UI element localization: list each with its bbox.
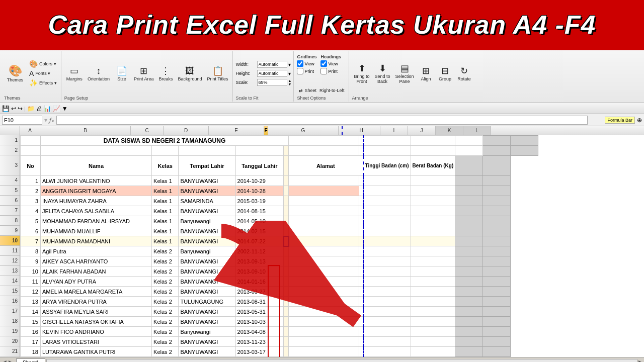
table-row: 10 ALAIK FARHAN ABADAN Kelas 2 BANYUWANG… bbox=[21, 266, 538, 277]
send-to-back-icon: ⬇ bbox=[379, 63, 386, 74]
header-tinggi[interactable]: Tinggi Badan (cm) bbox=[363, 156, 411, 176]
scroll-right-btn[interactable]: ▶ bbox=[638, 358, 644, 363]
align-button[interactable]: ⊞ Align bbox=[417, 64, 435, 82]
cell-title[interactable]: DATA SISWA SD NEGERI 2 TAMANAGUNG bbox=[41, 136, 289, 146]
expand-icon[interactable]: ⊕ bbox=[637, 117, 642, 124]
col-header-J[interactable]: J bbox=[408, 126, 436, 135]
background-button[interactable]: 🖼 Background bbox=[176, 65, 204, 82]
print-area-button[interactable]: ⊞ Print Area bbox=[132, 64, 156, 82]
header-nama[interactable]: Nama bbox=[41, 156, 152, 176]
dropdown-icon[interactable]: ▾ bbox=[44, 117, 47, 124]
col-header-L[interactable]: L bbox=[463, 126, 491, 135]
redo-icon[interactable]: ↪ bbox=[18, 105, 23, 112]
effects-button[interactable]: ✨ Effects ▾ bbox=[27, 78, 59, 87]
header-tempat[interactable]: Tempat Lahir bbox=[179, 156, 235, 176]
selection-pane-icon: ▤ bbox=[400, 63, 409, 74]
gridlines-view-checkbox[interactable] bbox=[297, 60, 303, 67]
col-header-D[interactable]: D bbox=[164, 126, 209, 135]
headings-view-checkbox[interactable] bbox=[320, 60, 327, 67]
height-input[interactable] bbox=[257, 70, 287, 77]
row-header-11[interactable]: 11 bbox=[0, 246, 20, 256]
themes-button[interactable]: 🎨 Themes bbox=[4, 52, 26, 95]
col-header-B[interactable]: B bbox=[40, 126, 131, 135]
bring-to-front-button[interactable]: ⬆ Bring toFront bbox=[352, 62, 372, 85]
col-header-C[interactable]: C bbox=[131, 126, 164, 135]
headings-print-checkbox[interactable] bbox=[320, 68, 327, 74]
header-kelas[interactable]: Kelas bbox=[152, 156, 179, 176]
height-dropdown[interactable]: ▾ bbox=[288, 71, 291, 76]
row-header-21[interactable]: 21 bbox=[0, 346, 20, 356]
h-scrollbar[interactable] bbox=[46, 359, 637, 363]
row-header-17[interactable]: 17 bbox=[0, 306, 20, 316]
row-header-19[interactable]: 19 bbox=[0, 326, 20, 336]
save-icon[interactable]: 💾 bbox=[2, 105, 10, 112]
table-row: 13 ARYA VIRENDRA PUTRA Kelas 2 TULUNGAGU… bbox=[21, 297, 538, 307]
header-tanggal[interactable]: Tanggal Lahir bbox=[235, 156, 284, 176]
sheet-right-to-left-button[interactable]: ⇄ Sheet Right-to-Left bbox=[297, 87, 346, 94]
table-row: 16 KEVIN FICO ANDRIANO Kelas 2 Banyuwang… bbox=[21, 327, 538, 337]
selection-pane-button[interactable]: ▤ SelectionPane bbox=[393, 62, 416, 85]
width-input[interactable] bbox=[257, 61, 287, 68]
row-header-2[interactable]: 2 bbox=[0, 145, 20, 155]
sheet-nav-right[interactable]: ▶ bbox=[8, 358, 15, 363]
col-header-F[interactable]: F bbox=[264, 126, 268, 135]
fonts-icon: A bbox=[29, 69, 34, 77]
data-grid: DATA SISWA SD NEGERI 2 TAMANAGUNG bbox=[20, 135, 538, 357]
table-row: 1 ALWI JUNIOR VALENTINO Kelas 1 BANYUWAN… bbox=[21, 176, 538, 186]
row-header-9[interactable]: 9 bbox=[0, 226, 20, 236]
scale-spinner[interactable]: ▲ ▼ bbox=[288, 79, 292, 86]
gridlines-print-checkbox[interactable] bbox=[297, 68, 303, 74]
cell-G1[interactable] bbox=[289, 136, 359, 146]
row-header-1[interactable]: 1 bbox=[0, 135, 20, 145]
margins-button[interactable]: ▭ Margins bbox=[64, 64, 85, 82]
name-box[interactable] bbox=[2, 116, 42, 125]
row-header-3[interactable]: 3 bbox=[0, 155, 20, 175]
formula-input[interactable] bbox=[56, 116, 588, 125]
print-titles-button[interactable]: 📋 Print Titles bbox=[205, 64, 230, 82]
undo-icon[interactable]: ↩ bbox=[11, 105, 16, 112]
col-header-G[interactable]: G bbox=[268, 126, 339, 135]
formula-bar: ▾ 𝑓ₓ Formula Bar ⊕ bbox=[0, 114, 644, 126]
row-headers: 1 2 3 4 5 6 7 8 9 10 11 12 13 14 15 16 1… bbox=[0, 135, 20, 357]
table-row: 8 Agil Putra Kelas 2 Banyuwangi 2002-11-… bbox=[21, 246, 538, 256]
sheet-tab[interactable]: Sheet1 bbox=[16, 358, 45, 363]
col-header-K[interactable]: K bbox=[436, 126, 463, 135]
col-header-A[interactable]: A bbox=[20, 126, 40, 135]
row-header-5[interactable]: 5 bbox=[0, 186, 20, 196]
row-header-13[interactable]: 13 bbox=[0, 266, 20, 276]
row-header-18[interactable]: 18 bbox=[0, 316, 20, 326]
fonts-button[interactable]: A Fonts ▾ bbox=[27, 69, 59, 78]
cell-H1[interactable] bbox=[363, 136, 411, 146]
rotate-button[interactable]: ↻ Rotate bbox=[455, 64, 473, 82]
effects-icon: ✨ bbox=[29, 79, 38, 87]
row-header-15[interactable]: 15 bbox=[0, 286, 20, 296]
col-header-E[interactable]: E bbox=[209, 126, 264, 135]
size-button[interactable]: 📄 Size bbox=[113, 64, 131, 82]
row-header-16[interactable]: 16 bbox=[0, 296, 20, 306]
sheet-nav-left[interactable]: ◀ bbox=[0, 358, 8, 363]
scale-input[interactable] bbox=[257, 79, 287, 86]
row-header-20[interactable]: 20 bbox=[0, 336, 20, 346]
colors-button[interactable]: 🎨 Colors ▾ bbox=[27, 59, 59, 68]
cell-A1[interactable] bbox=[21, 136, 41, 146]
send-to-back-button[interactable]: ⬇ Send toBack bbox=[373, 62, 392, 85]
header-alamat[interactable]: Alamat bbox=[289, 156, 363, 176]
row-header-7[interactable]: 7 bbox=[0, 206, 20, 216]
orientation-button[interactable]: ↕ Orientation bbox=[86, 65, 112, 82]
title-banner: Cara Print Excel Full Kertas Ukuran A4 -… bbox=[0, 0, 644, 50]
col-header-I[interactable]: I bbox=[380, 126, 408, 135]
row-header-12[interactable]: 12 bbox=[0, 256, 20, 266]
row-header-8[interactable]: 8 bbox=[0, 216, 20, 226]
group-button[interactable]: ⊟ Group bbox=[436, 64, 454, 82]
row-header-14[interactable]: 14 bbox=[0, 276, 20, 286]
col-header-H[interactable]: H bbox=[343, 126, 380, 135]
function-icon[interactable]: 𝑓ₓ bbox=[49, 116, 54, 124]
header-berat[interactable]: Berat Badan (Kg) bbox=[411, 156, 455, 176]
header-no[interactable]: No bbox=[21, 156, 41, 176]
row-header-4[interactable]: 4 bbox=[0, 175, 20, 186]
width-dropdown[interactable]: ▾ bbox=[288, 62, 291, 67]
table-row: 3 INAYA HUMAYRA ZAHRA Kelas 1 SAMARINDA … bbox=[21, 196, 538, 206]
row-header-10[interactable]: 10 bbox=[0, 236, 20, 246]
breaks-button[interactable]: ⋮ Breaks bbox=[156, 64, 175, 82]
row-header-6[interactable]: 6 bbox=[0, 196, 20, 206]
